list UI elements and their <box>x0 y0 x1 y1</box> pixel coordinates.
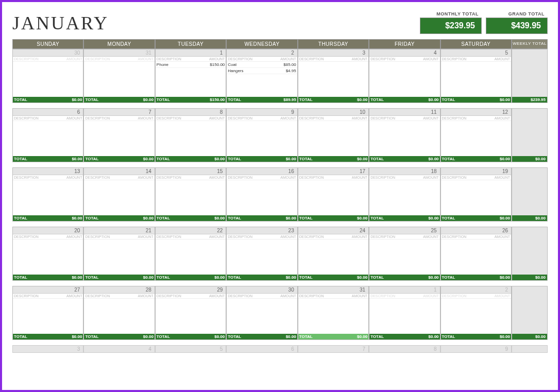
entries-area[interactable] <box>156 299 226 334</box>
entries-area[interactable] <box>441 180 511 215</box>
date-number: 23 <box>227 227 297 234</box>
day-cell[interactable]: 2DESCRIPTIONAMOUNTTOTAL$0.00 <box>440 286 512 340</box>
entries-area[interactable] <box>441 240 511 275</box>
entries-area[interactable] <box>369 121 439 156</box>
entries-area[interactable] <box>369 62 439 97</box>
day-cell[interactable]: 4DESCRIPTIONAMOUNTTOTAL$0.00 <box>369 49 440 103</box>
day-cell[interactable]: 14DESCRIPTIONAMOUNTTOTAL$0.00 <box>83 167 155 221</box>
date-number: 28 <box>84 286 154 294</box>
trailing-date: 9 <box>440 345 512 353</box>
day-cell[interactable]: 2DESCRIPTIONAMOUNTCoat$85.00Hangers$4.95… <box>226 49 297 103</box>
date-number: 12 <box>441 109 511 116</box>
day-total: TOTAL$0.00 <box>441 334 511 339</box>
day-cell[interactable]: 31DESCRIPTIONAMOUNTTOTAL$0.00 <box>298 286 369 340</box>
entries-area[interactable] <box>13 299 83 334</box>
day-cell[interactable]: 10DESCRIPTIONAMOUNTTOTAL$0.00 <box>298 108 369 162</box>
day-cell[interactable]: 12DESCRIPTIONAMOUNTTOTAL$0.00 <box>440 108 512 162</box>
day-cell[interactable]: 31DESCRIPTIONAMOUNTTOTAL$0.00 <box>83 49 155 103</box>
entries-area[interactable] <box>13 180 83 215</box>
day-cell[interactable]: 1DESCRIPTIONAMOUNTPhone$150.00TOTAL$150.… <box>155 49 226 103</box>
day-total: TOTAL$0.00 <box>84 97 154 103</box>
entries-area[interactable] <box>156 180 226 215</box>
entry-column-headers: DESCRIPTIONAMOUNT <box>441 294 511 299</box>
entries-area[interactable] <box>84 121 154 156</box>
day-cell[interactable]: 7DESCRIPTIONAMOUNTTOTAL$0.00 <box>83 108 155 162</box>
day-total: TOTAL$0.00 <box>156 156 226 162</box>
entries-area[interactable] <box>13 121 83 156</box>
weekly-total-value: $0.00 <box>512 275 547 280</box>
day-cell[interactable]: 1DESCRIPTIONAMOUNTTOTAL$0.00 <box>369 286 440 340</box>
entries-area[interactable] <box>369 299 439 334</box>
day-cell[interactable]: 6DESCRIPTIONAMOUNTTOTAL$0.00 <box>12 108 83 162</box>
day-cell[interactable]: 25DESCRIPTIONAMOUNTTOTAL$0.00 <box>369 227 440 281</box>
entries-area[interactable] <box>298 62 368 97</box>
day-cell[interactable]: 17DESCRIPTIONAMOUNTTOTAL$0.00 <box>298 167 369 221</box>
day-cell[interactable]: 27DESCRIPTIONAMOUNTTOTAL$0.00 <box>12 286 83 340</box>
entry-column-headers: DESCRIPTIONAMOUNT <box>84 234 154 240</box>
entries-area[interactable] <box>227 180 297 215</box>
expense-entry[interactable]: Phone$150.00 <box>156 62 226 68</box>
day-total: TOTAL$150.00 <box>156 97 226 103</box>
entries-area[interactable] <box>441 121 511 156</box>
day-cell[interactable]: 29DESCRIPTIONAMOUNTTOTAL$0.00 <box>155 286 226 340</box>
date-number: 7 <box>84 109 154 116</box>
day-cell[interactable]: 21DESCRIPTIONAMOUNTTOTAL$0.00 <box>83 227 155 281</box>
day-total: TOTAL$0.00 <box>441 97 511 103</box>
day-cell[interactable]: 18DESCRIPTIONAMOUNTTOTAL$0.00 <box>369 167 440 221</box>
month-title: JANUARY <box>12 12 109 34</box>
day-cell[interactable]: 23DESCRIPTIONAMOUNTTOTAL$0.00 <box>226 227 297 281</box>
entry-column-headers: DESCRIPTIONAMOUNT <box>227 57 297 62</box>
entries-area[interactable] <box>441 299 511 334</box>
entries-area[interactable] <box>298 121 368 156</box>
entries-area[interactable] <box>84 62 154 97</box>
day-cell[interactable]: 28DESCRIPTIONAMOUNTTOTAL$0.00 <box>83 286 155 340</box>
entries-area[interactable]: Phone$150.00 <box>156 62 226 97</box>
entries-area[interactable] <box>441 62 511 97</box>
entries-area[interactable]: Coat$85.00Hangers$4.95 <box>227 62 297 97</box>
day-cell[interactable]: 5DESCRIPTIONAMOUNTTOTAL$0.00 <box>440 49 512 103</box>
day-cell[interactable]: 20DESCRIPTIONAMOUNTTOTAL$0.00 <box>12 227 83 281</box>
day-cell[interactable]: 26DESCRIPTIONAMOUNTTOTAL$0.00 <box>440 227 512 281</box>
entries-area[interactable] <box>13 62 83 97</box>
date-number: 2 <box>227 49 297 57</box>
entries-area[interactable] <box>84 299 154 334</box>
day-cell[interactable]: 19DESCRIPTIONAMOUNTTOTAL$0.00 <box>440 167 512 221</box>
entries-area[interactable] <box>227 240 297 275</box>
day-cell[interactable]: 30DESCRIPTIONAMOUNTTOTAL$0.00 <box>226 286 297 340</box>
entries-area[interactable] <box>369 240 439 275</box>
entries-area[interactable] <box>13 240 83 275</box>
date-number: 31 <box>84 49 154 57</box>
day-total: TOTAL$0.00 <box>369 275 439 280</box>
day-total: TOTAL$0.00 <box>441 215 511 221</box>
entries-area[interactable] <box>156 240 226 275</box>
entry-column-headers: DESCRIPTIONAMOUNT <box>84 57 154 62</box>
entries-area[interactable] <box>298 240 368 275</box>
day-cell[interactable]: 11DESCRIPTIONAMOUNTTOTAL$0.00 <box>369 108 440 162</box>
day-cell[interactable]: 24DESCRIPTIONAMOUNTTOTAL$0.00 <box>298 227 369 281</box>
day-cell[interactable]: 16DESCRIPTIONAMOUNTTOTAL$0.00 <box>226 167 297 221</box>
week-row: 27DESCRIPTIONAMOUNTTOTAL$0.0028DESCRIPTI… <box>12 286 548 340</box>
monthly-total-value: $239.95 <box>420 18 482 34</box>
grand-total-label: GRAND TOTAL <box>486 11 548 16</box>
day-total: TOTAL$0.00 <box>298 97 368 103</box>
date-number: 16 <box>227 168 297 175</box>
entries-area[interactable] <box>298 299 368 334</box>
day-cell[interactable]: 30DESCRIPTIONAMOUNTTOTAL$0.00 <box>12 49 83 103</box>
day-cell[interactable]: 9DESCRIPTIONAMOUNTTOTAL$0.00 <box>226 108 297 162</box>
expense-entry[interactable]: Coat$85.00 <box>227 62 297 68</box>
entries-area[interactable] <box>227 121 297 156</box>
day-cell[interactable]: 3DESCRIPTIONAMOUNTTOTAL$0.00 <box>298 49 369 103</box>
entries-area[interactable] <box>84 240 154 275</box>
entries-area[interactable] <box>84 180 154 215</box>
entries-area[interactable] <box>156 121 226 156</box>
day-total: TOTAL$0.00 <box>298 334 368 339</box>
weekly-total-value: $0.00 <box>512 215 547 221</box>
expense-entry[interactable]: Hangers$4.95 <box>227 68 297 74</box>
day-cell[interactable]: 13DESCRIPTIONAMOUNTTOTAL$0.00 <box>12 167 83 221</box>
entries-area[interactable] <box>369 180 439 215</box>
day-cell[interactable]: 22DESCRIPTIONAMOUNTTOTAL$0.00 <box>155 227 226 281</box>
day-cell[interactable]: 8DESCRIPTIONAMOUNTTOTAL$0.00 <box>155 108 226 162</box>
day-cell[interactable]: 15DESCRIPTIONAMOUNTTOTAL$0.00 <box>155 167 226 221</box>
entries-area[interactable] <box>227 299 297 334</box>
entries-area[interactable] <box>298 180 368 215</box>
